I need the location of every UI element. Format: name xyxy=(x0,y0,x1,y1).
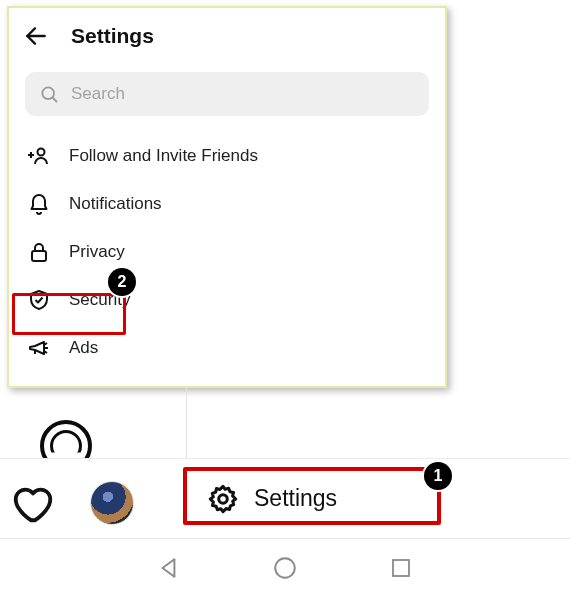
back-button[interactable] xyxy=(23,23,49,49)
menu-item-notifications[interactable]: Notifications xyxy=(13,180,441,228)
avatar[interactable] xyxy=(90,481,134,525)
bell-icon xyxy=(27,192,51,216)
megaphone-icon xyxy=(27,336,51,360)
add-user-icon xyxy=(27,144,51,168)
system-nav-bar xyxy=(0,538,570,596)
nav-back-button[interactable] xyxy=(155,554,183,582)
svg-rect-10 xyxy=(393,560,409,576)
menu-item-label: Privacy xyxy=(69,242,125,262)
gear-icon xyxy=(206,482,240,516)
svg-point-7 xyxy=(219,494,228,503)
svg-marker-8 xyxy=(163,559,175,576)
menu-item-label: Follow and Invite Friends xyxy=(69,146,258,166)
svg-point-3 xyxy=(38,149,45,156)
settings-button-label: Settings xyxy=(254,485,337,512)
settings-button[interactable]: Settings xyxy=(200,474,343,524)
svg-line-2 xyxy=(53,98,57,102)
nav-home-button[interactable] xyxy=(271,554,299,582)
settings-menu: Follow and Invite Friends Notifications … xyxy=(9,132,445,372)
svg-rect-6 xyxy=(32,251,46,261)
search-bar[interactable] xyxy=(25,72,429,116)
settings-panel: Settings Follow and Invite Friends Notif… xyxy=(7,6,447,388)
lock-icon xyxy=(27,240,51,264)
bottom-toolbar: Settings xyxy=(0,458,570,538)
menu-item-follow-invite[interactable]: Follow and Invite Friends xyxy=(13,132,441,180)
nav-recents-button[interactable] xyxy=(387,554,415,582)
menu-item-label: Security xyxy=(69,290,130,310)
svg-point-9 xyxy=(275,558,295,578)
vertical-divider xyxy=(186,388,187,458)
menu-item-privacy[interactable]: Privacy xyxy=(13,228,441,276)
arrow-left-icon xyxy=(23,23,49,49)
search-icon xyxy=(39,84,59,104)
menu-item-ads[interactable]: Ads xyxy=(13,324,441,372)
shield-check-icon xyxy=(27,288,51,312)
search-input[interactable] xyxy=(71,84,415,104)
heart-icon[interactable] xyxy=(10,480,56,526)
menu-item-security[interactable]: Security xyxy=(13,276,441,324)
panel-header: Settings xyxy=(9,8,445,64)
page-title: Settings xyxy=(71,24,154,48)
menu-item-label: Notifications xyxy=(69,194,162,214)
menu-item-label: Ads xyxy=(69,338,98,358)
